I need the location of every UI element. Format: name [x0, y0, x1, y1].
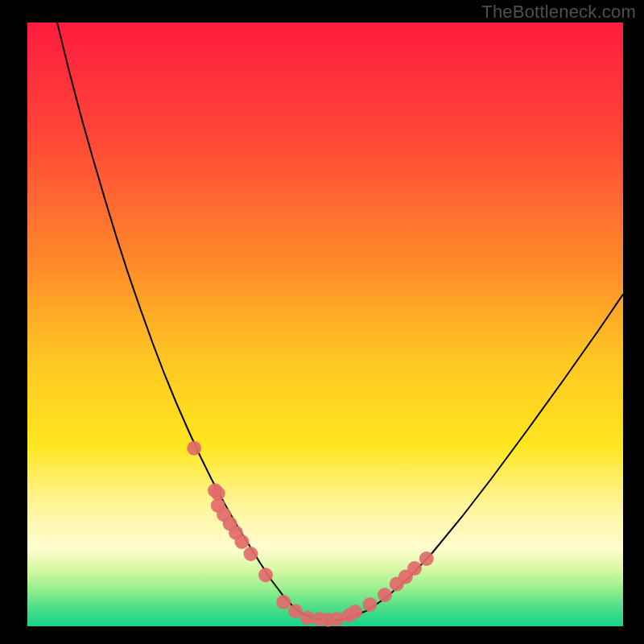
sample-point: [363, 597, 378, 612]
bottleneck-chart: [0, 0, 644, 644]
sample-point: [244, 547, 258, 561]
sample-point: [348, 605, 362, 619]
sample-point: [258, 568, 273, 582]
sample-point: [234, 535, 249, 549]
plot-area: [27, 23, 623, 626]
sample-point: [407, 561, 422, 576]
watermark-text: TheBottleneck.com: [481, 2, 636, 23]
sample-point: [276, 595, 291, 609]
chart-frame: TheBottleneck.com: [0, 0, 644, 644]
sample-point: [187, 441, 201, 456]
sample-point: [378, 588, 392, 602]
sample-point: [419, 551, 434, 566]
